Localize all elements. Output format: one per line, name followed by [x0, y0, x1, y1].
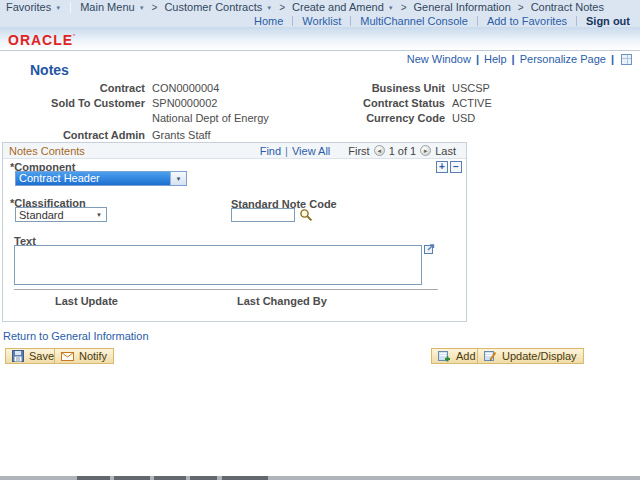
new-window-link[interactable]: New Window: [407, 53, 471, 65]
contract-admin-label: Contract Admin: [0, 128, 145, 143]
breadcrumb: Favorites ▼ Main Menu ▼ > Customer Contr…: [0, 0, 640, 14]
breadcrumb-item-label: Contract Notes: [531, 1, 604, 13]
blank-value: [452, 128, 585, 143]
find-link[interactable]: Find: [260, 145, 281, 157]
breadcrumb-item-customer-contracts[interactable]: Customer Contracts ▼: [164, 1, 272, 13]
breadcrumb-item-label: Create and Amend: [292, 1, 384, 13]
lookup-search-icon[interactable]: [299, 208, 313, 224]
add-button-label: Add: [456, 350, 476, 362]
sign-out-link[interactable]: Sign out: [586, 15, 630, 27]
sold-to-customer-value: SPN0000002: [152, 96, 292, 111]
breadcrumb-main-menu-label: Main Menu: [80, 1, 134, 13]
multichannel-console-link[interactable]: MultiChannel Console: [360, 15, 468, 27]
pager-count: 1 of 1: [389, 145, 417, 157]
chevron-down-icon: ▼: [55, 5, 61, 11]
currency-code-value: USD: [452, 111, 585, 126]
chevron-down-icon: ▼: [139, 5, 145, 11]
chevron-down-icon: ▼: [388, 5, 394, 11]
copy-url-icon[interactable]: [621, 54, 632, 65]
contract-info-row: National Dept of Energy Currency Code US…: [0, 111, 585, 126]
groupbox-controls: Find | View All First ◄ 1 of 1 ► Last: [260, 145, 456, 157]
breadcrumb-separator: >: [279, 2, 285, 13]
brand-band: ORACLE': [0, 27, 640, 51]
page-utility-links: New Window | Help | Personalize Page |: [407, 53, 632, 65]
chevron-down-icon: ▼: [96, 212, 106, 218]
breadcrumb-separator: >: [152, 2, 158, 13]
contract-info: Contract CON0000004 Business Unit USCSP …: [0, 81, 585, 143]
pager-last-label[interactable]: Last: [435, 145, 456, 157]
taskbar-segment: [190, 476, 217, 480]
blank-label: [0, 111, 145, 126]
save-button-label: Save: [29, 350, 54, 362]
contract-info-row: Contract Admin Grants Staff: [0, 128, 585, 143]
breadcrumb-separator: >: [401, 2, 407, 13]
oracle-logo-text: ORACLE: [8, 32, 73, 48]
portal-links: Home Worklist MultiChannel Console Add t…: [0, 14, 640, 27]
save-button[interactable]: Save: [5, 348, 61, 364]
sold-to-customer-label: Sold To Customer: [0, 96, 145, 111]
taskbar-segment: [114, 476, 150, 480]
breadcrumb-item-general-information[interactable]: General Information: [414, 1, 511, 13]
worklist-link[interactable]: Worklist: [302, 15, 341, 27]
taskbar-strip: [0, 476, 640, 480]
link-pipe: |: [512, 53, 515, 65]
customer-name-value: National Dept of Energy: [152, 111, 292, 126]
breadcrumb-item-create-and-amend[interactable]: Create and Amend ▼: [292, 1, 394, 13]
contract-status-label: Contract Status: [299, 96, 445, 111]
pager-first-label[interactable]: First: [348, 145, 369, 157]
link-pipe: |: [476, 53, 479, 65]
last-changed-by-label: Last Changed By: [237, 295, 327, 307]
classification-select[interactable]: Standard ▼: [15, 207, 107, 222]
taskbar-segment: [77, 476, 110, 480]
previous-row-icon[interactable]: ◄: [374, 145, 385, 156]
component-select[interactable]: Contract Header ▼: [15, 171, 187, 186]
link-separator: [477, 16, 478, 26]
add-button[interactable]: Add: [431, 348, 483, 364]
return-to-general-information-link[interactable]: Return to General Information: [3, 330, 149, 342]
prev-arrow-glyph: ◄: [376, 148, 382, 154]
last-update-label: Last Update: [55, 295, 118, 307]
breadcrumb-item-contract-notes[interactable]: Contract Notes: [531, 1, 604, 13]
notify-button[interactable]: Notify: [54, 348, 114, 364]
taskbar-segment: [222, 476, 268, 480]
divider: [14, 289, 438, 290]
delete-row-button[interactable]: −: [450, 161, 462, 173]
add-to-favorites-link[interactable]: Add to Favorites: [487, 15, 567, 27]
chevron-down-icon: ▼: [176, 176, 182, 182]
update-display-button[interactable]: Update/Display: [477, 348, 584, 364]
standard-note-code-input[interactable]: [231, 208, 295, 222]
contract-status-value: ACTIVE: [452, 96, 585, 111]
notes-contents-groupbox: Notes Contents Find | View All First ◄ 1…: [2, 142, 467, 322]
update-display-button-label: Update/Display: [502, 350, 577, 362]
note-text-area[interactable]: [14, 245, 422, 285]
home-link[interactable]: Home: [254, 15, 283, 27]
breadcrumb-item-label: Customer Contracts: [164, 1, 262, 13]
row-pager: First ◄ 1 of 1 ► Last: [348, 145, 456, 157]
business-unit-label: Business Unit: [299, 81, 445, 96]
breadcrumb-main-menu[interactable]: Main Menu ▼: [80, 1, 144, 13]
expand-text-icon[interactable]: [424, 243, 435, 256]
link-separator: [350, 16, 351, 26]
breadcrumb-favorites[interactable]: Favorites ▼: [6, 1, 61, 13]
add-row-button[interactable]: +: [436, 161, 448, 173]
page-title: Notes: [30, 62, 69, 78]
contract-info-row: Sold To Customer SPN0000002 Contract Sta…: [0, 96, 585, 111]
row-action-buttons: + −: [434, 161, 462, 173]
save-disk-icon: [12, 350, 24, 362]
contract-info-row: Contract CON0000004 Business Unit USCSP: [0, 81, 585, 96]
currency-code-label: Currency Code: [299, 111, 445, 126]
add-page-icon: [438, 350, 451, 362]
notes-contents-header: Notes Contents Find | View All First ◄ 1…: [3, 143, 466, 159]
chevron-down-icon: ▼: [266, 5, 272, 11]
dropdown-button[interactable]: ▼: [170, 172, 186, 185]
next-arrow-glyph: ►: [423, 148, 429, 154]
business-unit-value: USCSP: [452, 81, 585, 96]
next-row-icon[interactable]: ►: [420, 145, 431, 156]
oracle-logo: ORACLE': [8, 32, 76, 48]
personalize-page-link[interactable]: Personalize Page: [520, 53, 606, 65]
help-link[interactable]: Help: [484, 53, 507, 65]
breadcrumb-favorites-label: Favorites: [6, 1, 51, 13]
view-all-link[interactable]: View All: [292, 145, 330, 157]
breadcrumb-item-label: General Information: [414, 1, 511, 13]
notes-contents-title: Notes Contents: [9, 145, 85, 157]
